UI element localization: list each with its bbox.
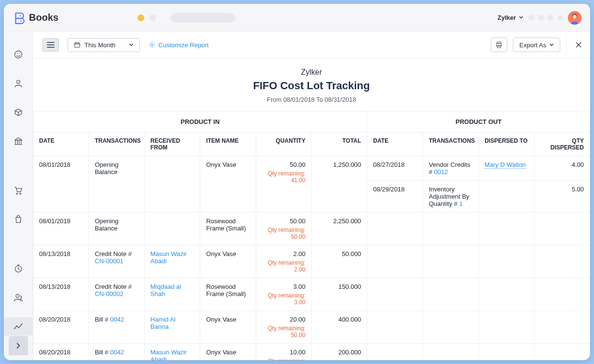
cell-received-from: Masun Wazir Abadi (144, 344, 200, 361)
placeholder-dot-icon (557, 15, 563, 21)
cell-total: 150.000 (311, 278, 367, 311)
transaction-link[interactable]: CN-00002 (95, 290, 123, 297)
cell-transaction: Bill # 0042 (89, 311, 144, 344)
transaction-link[interactable]: CN-00001 (95, 257, 123, 265)
cell-dispersed-to (479, 344, 534, 361)
th-received-from[interactable]: RECEIVED FROM (144, 133, 200, 156)
contact-link[interactable]: Miqdaad al Shah (151, 283, 181, 297)
svg-rect-17 (75, 43, 80, 47)
cell-quantity: 2.00Qty remaining: 2.00 (256, 245, 311, 278)
placeholder-dot-icon (528, 15, 534, 21)
cell-qty-dispersed (534, 278, 590, 311)
sidebar-item-items[interactable] (7, 103, 30, 121)
cell-item: Rosewood Frame (Small) (200, 278, 256, 311)
sidebar-item-contacts[interactable] (7, 74, 30, 93)
sidebar-item-timetracking[interactable] (7, 259, 30, 278)
cell-out-transaction (423, 245, 478, 278)
svg-point-0 (20, 15, 21, 16)
transaction-link[interactable]: 0012 (434, 168, 448, 175)
report-date-range: From 08/01/2018 To 08/31/2018 (33, 96, 590, 103)
user-avatar[interactable] (568, 11, 581, 25)
cell-dispersed-to (479, 245, 534, 278)
cell-item: Onyx Vase (200, 311, 256, 344)
cell-item: Rosewood Frame (Small) (200, 213, 256, 245)
sidebar (4, 32, 33, 360)
printer-icon (495, 41, 503, 49)
print-button[interactable] (491, 38, 507, 52)
th-quantity[interactable]: QUANTITY (256, 133, 311, 156)
th-date[interactable]: DATE (33, 133, 89, 156)
sidebar-item-purchases[interactable] (7, 210, 30, 229)
cell-qty-dispersed (534, 344, 590, 361)
cell-received-from: Hamid Al Banna (144, 311, 200, 344)
table-row: 08/01/2018Opening BalanceRosewood Frame … (33, 213, 590, 245)
close-icon (575, 41, 582, 49)
svg-point-9 (16, 193, 18, 194)
contact-link[interactable]: Masun Wazir Abadi (151, 250, 187, 265)
cell-out-date (367, 344, 423, 361)
caret-down-icon (549, 42, 554, 47)
report-table-scroll[interactable]: PRODUCT IN PRODUCT OUT DATE TRANSACTIONS… (33, 111, 590, 360)
svg-point-15 (18, 327, 19, 328)
export-button[interactable]: Export As (513, 38, 560, 52)
cell-date: 08/20/2018 (33, 311, 89, 344)
cell-out-transaction (423, 344, 478, 361)
close-button[interactable] (566, 32, 590, 58)
table-row: 08/20/2018Bill # 0042Hamid Al BannaOnyx … (33, 311, 590, 344)
cell-dispersed-to (479, 311, 534, 344)
cell-item: Onyx Vase (200, 245, 256, 278)
contact-link[interactable]: Masun Wazir Abadi (151, 349, 187, 360)
org-selector[interactable]: Zylker (497, 14, 524, 21)
date-filter-label: This Month (84, 41, 115, 49)
cell-out-transaction (423, 278, 478, 311)
app-logo[interactable]: Books (13, 12, 58, 24)
qty-remaining: Qty remaining: 10.00 (262, 358, 305, 360)
th-out-date[interactable]: DATE (367, 133, 423, 156)
qty-remaining: Qty remaining: 50.00 (262, 325, 305, 338)
sidebar-item-reports[interactable] (4, 317, 33, 336)
table-row: 08/13/2018Credit Note # CN-00002Miqdaad … (33, 278, 590, 311)
customize-report-button[interactable]: Customize Report (149, 41, 208, 49)
th-total[interactable]: TOTAL (311, 133, 367, 156)
sidebar-item-dashboard[interactable] (7, 45, 30, 64)
sidebar-item-sales[interactable] (7, 181, 30, 200)
svg-point-13 (14, 328, 15, 329)
cell-transaction: Credit Note # CN-00002 (89, 278, 144, 311)
cell-quantity: 50.00Qty remaining: 50.00 (256, 213, 311, 245)
transaction-link[interactable]: 1 (459, 200, 463, 207)
cell-transaction: Credit Note # CN-00001 (89, 245, 144, 278)
sidebar-item-accountant[interactable] (7, 288, 30, 307)
transaction-link[interactable]: 0042 (110, 316, 124, 323)
th-dispersed-to[interactable]: DISPERSED TO (479, 133, 534, 156)
th-item-name[interactable]: ITEM NAME (200, 133, 256, 156)
th-transactions[interactable]: TRANSACTIONS (89, 133, 144, 156)
th-qty-dispersed[interactable]: QTY DISPERSED (534, 133, 590, 156)
svg-point-7 (19, 54, 20, 54)
expand-sidebar-button[interactable] (9, 336, 28, 355)
cell-transaction: Opening Balance (89, 156, 144, 213)
contact-link[interactable]: Hamid Al Banna (151, 316, 176, 330)
company-name: Zylker (33, 68, 590, 77)
cell-received-from: Masun Wazir Abadi (144, 245, 200, 278)
date-filter-button[interactable]: This Month (68, 38, 140, 52)
qty-remaining: Qty remaining: 41.00 (262, 170, 305, 184)
report-title: FIFO Cost Lot Tracking (33, 80, 590, 92)
transaction-link[interactable]: 0042 (110, 349, 124, 356)
cell-date: 08/01/2018 (33, 213, 89, 245)
contact-link[interactable]: Mary D Walton (484, 161, 525, 169)
placeholder-dot-icon (538, 15, 544, 21)
cell-total: 50.000 (311, 245, 367, 278)
th-out-transactions[interactable]: TRANSACTIONS (423, 133, 478, 156)
cell-out-transaction (423, 213, 478, 245)
qty-remaining: Qty remaining: 50.00 (262, 227, 305, 240)
cell-received-from (144, 213, 200, 245)
sidebar-item-banking[interactable] (7, 132, 30, 150)
cell-out-date: 08/27/2018 (367, 156, 423, 181)
cell-quantity: 20.00Qty remaining: 50.00 (256, 311, 311, 344)
cell-out-date (367, 245, 423, 278)
cell-out-date: 08/29/2018 (367, 181, 423, 213)
cell-qty-dispersed (534, 245, 590, 278)
toggle-sidebar-button[interactable] (42, 38, 59, 52)
svg-point-12 (16, 294, 19, 297)
table-row: 08/13/2018Credit Note # CN-00001Masun Wa… (33, 245, 590, 278)
